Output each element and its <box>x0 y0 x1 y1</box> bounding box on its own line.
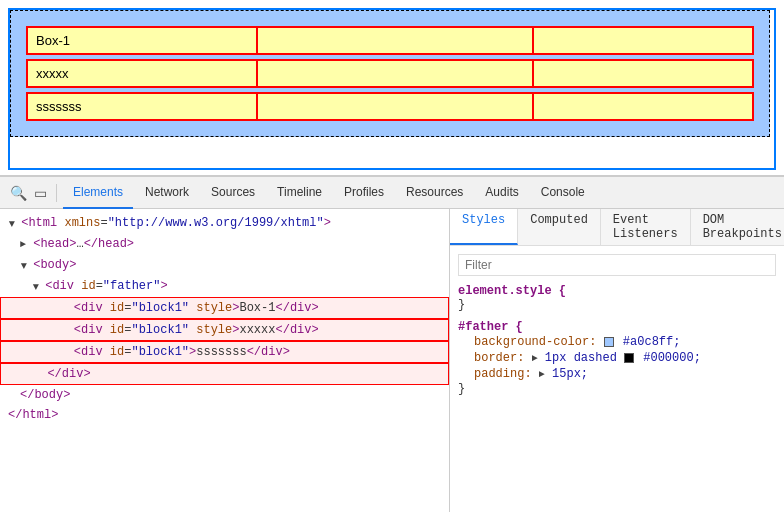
styles-tabs: Styles Computed Event Listeners DOM Brea… <box>450 209 784 246</box>
row-box1: Box-1 <box>26 26 754 55</box>
cell-box1-mid <box>257 27 533 54</box>
html-element-line[interactable]: ► <html xmlns="http://www.w3.org/1999/xh… <box>0 213 449 234</box>
devtools-toolbar: 🔍 ▭ Elements Network Sources Timeline Pr… <box>0 177 784 209</box>
tab-dom-breakpoints[interactable]: DOM Breakpoints <box>691 209 784 245</box>
tab-console[interactable]: Console <box>531 177 595 209</box>
cell-sssssss-label: sssssss <box>27 93 257 120</box>
filter-input[interactable] <box>458 254 776 276</box>
father-bg-color-line: background-color: #a0c8ff; <box>458 334 776 350</box>
styles-content: element.style { } #father { background-c… <box>450 246 784 412</box>
cell-xxxxx-mid <box>257 60 533 87</box>
block1-line1[interactable]: <div id="block1" style>Box-1</div> <box>0 297 449 319</box>
expand-body[interactable]: ► <box>14 263 32 269</box>
body-close-line[interactable]: </body> <box>0 385 449 405</box>
tab-computed[interactable]: Computed <box>518 209 601 245</box>
toolbar-separator <box>56 184 57 202</box>
tab-profiles[interactable]: Profiles <box>334 177 394 209</box>
father-div: Box-1 xxxxx sssssss <box>10 10 770 137</box>
elements-panel: ► <html xmlns="http://www.w3.org/1999/xh… <box>0 209 450 512</box>
element-style-rule: element.style { } <box>458 284 776 312</box>
devtools-panel: 🔍 ▭ Elements Network Sources Timeline Pr… <box>0 175 784 512</box>
father-element-line[interactable]: ► <div id="father"> <box>0 276 449 297</box>
bg-color-swatch[interactable] <box>604 337 614 347</box>
row-xxxxx: xxxxx <box>26 59 754 88</box>
father-selector: #father { <box>458 320 776 334</box>
father-padding-line: padding: ► 15px; <box>458 366 776 382</box>
head-element-line[interactable]: ► <head>…</head> <box>0 234 449 255</box>
block1-line3[interactable]: <div id="block1">sssssss</div> <box>0 341 449 363</box>
devtools-main: ► <html xmlns="http://www.w3.org/1999/xh… <box>0 209 784 512</box>
tab-resources[interactable]: Resources <box>396 177 473 209</box>
search-icon[interactable]: 🔍 <box>8 183 28 203</box>
div-close-line[interactable]: </div> <box>0 363 449 385</box>
father-rule-close: } <box>458 382 776 396</box>
tab-sources[interactable]: Sources <box>201 177 265 209</box>
body-element-line[interactable]: ► <body> <box>0 255 449 276</box>
preview-area: Box-1 xxxxx sssssss <box>0 0 784 175</box>
border-color-swatch[interactable] <box>624 353 634 363</box>
cell-sssssss-mid <box>257 93 533 120</box>
tab-timeline[interactable]: Timeline <box>267 177 332 209</box>
expand-head[interactable]: ► <box>20 239 26 250</box>
tab-audits[interactable]: Audits <box>475 177 528 209</box>
cell-box1-label: Box-1 <box>27 27 257 54</box>
father-border-line: border: ► 1px dashed #000000; <box>458 350 776 366</box>
father-rule: #father { background-color: #a0c8ff; bor… <box>458 320 776 396</box>
border-expand[interactable]: ► <box>532 353 538 364</box>
html-close-line[interactable]: </html> <box>0 405 449 425</box>
cell-box1-right <box>533 27 753 54</box>
row-sssssss: sssssss <box>26 92 754 121</box>
html-tag: <html <box>21 216 57 230</box>
cell-xxxxx-label: xxxxx <box>27 60 257 87</box>
padding-expand[interactable]: ► <box>539 369 545 380</box>
block1-line2[interactable]: <div id="block1" style>xxxxx</div> <box>0 319 449 341</box>
element-style-close: } <box>458 298 776 312</box>
tab-elements[interactable]: Elements <box>63 177 133 209</box>
tab-event-listeners[interactable]: Event Listeners <box>601 209 691 245</box>
cell-xxxxx-right <box>533 60 753 87</box>
cell-sssssss-right <box>533 93 753 120</box>
styles-panel: Styles Computed Event Listeners DOM Brea… <box>450 209 784 512</box>
device-icon[interactable]: ▭ <box>30 183 50 203</box>
expand-father[interactable]: ► <box>26 284 44 290</box>
tab-styles[interactable]: Styles <box>450 209 518 245</box>
tab-network[interactable]: Network <box>135 177 199 209</box>
element-style-selector: element.style { <box>458 284 776 298</box>
expand-html[interactable]: ► <box>2 221 20 227</box>
